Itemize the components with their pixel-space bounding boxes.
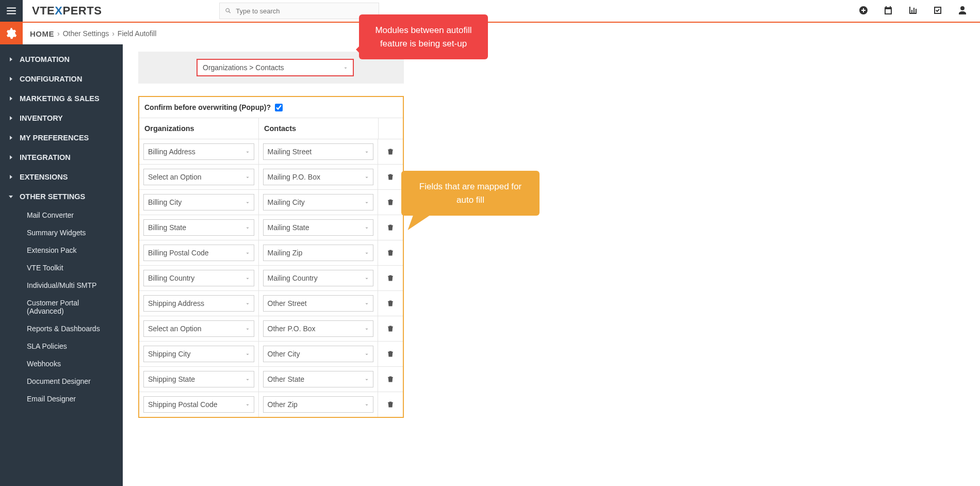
- sidebar-sub-item[interactable]: Individual/Multi SMTP: [0, 277, 123, 294]
- sidebar-item[interactable]: AUTOMATION: [0, 50, 123, 69]
- contact-field-value: Mailing Street: [268, 148, 312, 156]
- settings-indicator[interactable]: [0, 23, 23, 44]
- con-cell: Mailing Country: [259, 266, 379, 290]
- trash-icon[interactable]: [387, 223, 394, 232]
- org-field-select[interactable]: Billing City: [143, 194, 254, 210]
- caret-down-icon: [246, 375, 250, 383]
- trash-icon[interactable]: [387, 299, 394, 307]
- trash-icon[interactable]: [387, 148, 394, 156]
- sidebar-sub-item[interactable]: VTE Toolkit: [0, 259, 123, 277]
- sidebar-sub-item[interactable]: Extension Pack: [0, 241, 123, 259]
- org-field-select[interactable]: Billing Postal Code: [143, 245, 254, 261]
- org-field-select[interactable]: Billing Address: [143, 143, 254, 160]
- delete-cell: [378, 316, 403, 341]
- trash-icon[interactable]: [387, 173, 394, 181]
- sidebar-sub-item[interactable]: Reports & Dashboards: [0, 320, 123, 337]
- caret-down-icon: [365, 400, 369, 409]
- contact-field-select[interactable]: Mailing Country: [263, 270, 374, 286]
- caret-down-icon: [365, 375, 369, 383]
- trash-icon[interactable]: [387, 400, 394, 409]
- org-cell: Billing State: [139, 215, 259, 240]
- org-field-select[interactable]: Shipping Postal Code: [143, 396, 254, 413]
- org-field-select[interactable]: Shipping Address: [143, 295, 254, 312]
- con-cell: Mailing Zip: [259, 240, 379, 265]
- sidebar-sub-item[interactable]: Customer Portal (Advanced): [0, 294, 123, 320]
- col-organizations: Organizations: [139, 118, 259, 139]
- contact-field-select[interactable]: Other Street: [263, 295, 374, 312]
- con-cell: Mailing Street: [259, 139, 379, 164]
- mapping-row: Shipping CityOther City: [139, 342, 403, 367]
- con-cell: Other P.O. Box: [259, 316, 379, 341]
- sidebar-item[interactable]: EXTENSIONS: [0, 167, 123, 187]
- user-menu-button[interactable]: [957, 5, 968, 17]
- contact-field-select[interactable]: Other Zip: [263, 396, 374, 413]
- delete-cell: [378, 342, 403, 366]
- add-button[interactable]: [858, 5, 869, 17]
- sidebar-item-label: INVENTORY: [20, 114, 63, 122]
- trash-icon[interactable]: [387, 198, 394, 206]
- caret-down-icon: [365, 173, 369, 181]
- mapping-row: Billing Postal CodeMailing Zip: [139, 240, 403, 266]
- contact-field-select[interactable]: Mailing Street: [263, 143, 374, 160]
- chevron-right-icon: [7, 194, 15, 199]
- caret-down-icon: [246, 148, 250, 156]
- module-select[interactable]: Organizations > Contacts: [197, 59, 354, 76]
- sidebar-item[interactable]: INVENTORY: [0, 108, 123, 128]
- tasks-button[interactable]: [933, 5, 943, 17]
- contact-field-select[interactable]: Other State: [263, 371, 374, 387]
- trash-icon[interactable]: [387, 249, 394, 257]
- contact-field-select[interactable]: Mailing P.O. Box: [263, 169, 374, 185]
- org-field-select[interactable]: Select an Option: [143, 169, 254, 185]
- org-field-select[interactable]: Billing State: [143, 219, 254, 236]
- sidebar-item[interactable]: OTHER SETTINGS: [0, 187, 123, 206]
- org-field-select[interactable]: Billing Country: [143, 270, 254, 286]
- contact-field-select[interactable]: Mailing State: [263, 219, 374, 236]
- trash-icon[interactable]: [387, 325, 394, 333]
- contact-field-value: Mailing P.O. Box: [268, 173, 320, 181]
- menu-icon: [6, 5, 17, 17]
- search-box[interactable]: [219, 3, 379, 19]
- sidebar-item[interactable]: MY PREFERENCES: [0, 128, 123, 148]
- contact-field-select[interactable]: Other City: [263, 346, 374, 362]
- sidebar-sub-item[interactable]: Summary Widgets: [0, 224, 123, 241]
- breadcrumb-home[interactable]: HOME: [30, 29, 54, 38]
- trash-icon[interactable]: [387, 350, 394, 358]
- contact-field-value: Mailing State: [268, 223, 309, 232]
- org-field-select[interactable]: Shipping State: [143, 371, 254, 387]
- contact-field-value: Other City: [268, 350, 300, 358]
- plus-circle-icon: [858, 5, 869, 15]
- mapping-row: Billing AddressMailing Street: [139, 139, 403, 165]
- trash-icon[interactable]: [387, 375, 394, 383]
- calendar-button[interactable]: [883, 5, 893, 17]
- sidebar-item[interactable]: MARKETING & SALES: [0, 89, 123, 108]
- check-box-icon: [933, 5, 943, 15]
- org-cell: Billing City: [139, 190, 259, 215]
- org-field-select[interactable]: Select an Option: [143, 320, 254, 337]
- contact-field-value: Other Street: [268, 299, 307, 307]
- con-cell: Mailing State: [259, 215, 379, 240]
- contact-field-value: Mailing City: [268, 198, 305, 206]
- sidebar-sub-item[interactable]: Webhooks: [0, 355, 123, 372]
- contact-field-select[interactable]: Mailing Zip: [263, 245, 374, 261]
- sidebar-item[interactable]: INTEGRATION: [0, 148, 123, 167]
- confirm-checkbox[interactable]: [275, 104, 283, 111]
- search-input[interactable]: [236, 7, 373, 15]
- sidebar-item-label: MY PREFERENCES: [20, 134, 89, 142]
- sidebar-sub-item[interactable]: Mail Converter: [0, 206, 123, 224]
- org-field-select[interactable]: Shipping City: [143, 346, 254, 362]
- reports-button[interactable]: [908, 5, 918, 17]
- mapping-row: Shipping StateOther State: [139, 367, 403, 392]
- sidebar-item-label: INTEGRATION: [20, 153, 71, 161]
- sidebar-item[interactable]: CONFIGURATION: [0, 69, 123, 89]
- menu-button[interactable]: [0, 0, 23, 22]
- con-cell: Mailing P.O. Box: [259, 165, 379, 189]
- trash-icon[interactable]: [387, 274, 394, 282]
- contact-field-select[interactable]: Other P.O. Box: [263, 320, 374, 337]
- sidebar-sub-item[interactable]: Document Designer: [0, 372, 123, 390]
- sidebar-sub-item[interactable]: Email Designer: [0, 390, 123, 408]
- contact-field-select[interactable]: Mailing City: [263, 194, 374, 210]
- sidebar-sub-item[interactable]: SLA Policies: [0, 337, 123, 355]
- search-icon: [225, 7, 232, 14]
- breadcrumb-mid[interactable]: Other Settings: [63, 29, 109, 38]
- org-field-value: Billing State: [148, 223, 186, 232]
